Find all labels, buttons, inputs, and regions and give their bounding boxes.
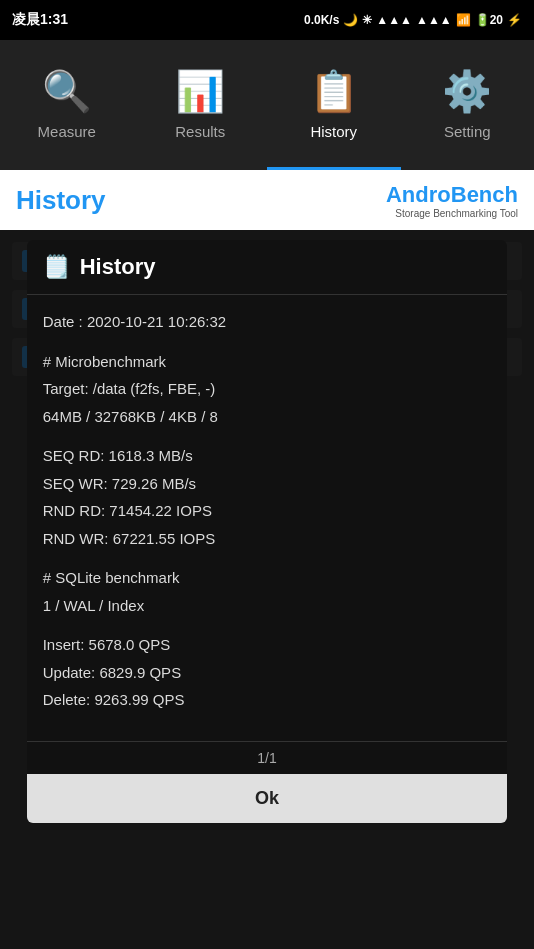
logo-bench: Bench [451,182,518,207]
modal-header: 🗒️ History [27,240,508,295]
pagination-text: 1/1 [257,750,276,766]
rnd-rd: RND RD: 71454.22 IOPS [43,498,492,524]
date-section: Date : 2020-10-21 10:26:32 [43,309,492,335]
nav-label-history: History [310,123,357,140]
page-title: History [16,185,106,216]
history-icon: 📋 [309,68,359,115]
network-speed: 0.0K/s [304,13,339,27]
signal-icon-2: ▲▲▲ [416,13,452,27]
date-text: Date : 2020-10-21 10:26:32 [43,309,492,335]
logo-accent: Andro [386,182,451,207]
signal-icon-1: ▲▲▲ [376,13,412,27]
history-detail-modal: 🗒️ History Date : 2020-10-21 10:26:32 # … [27,240,508,823]
nav-label-setting: Setting [444,123,491,140]
moon-icon: 🌙 [343,13,358,27]
modal-pagination: 1/1 [27,741,508,774]
content-area: ✓ ✓ ✓ 🗒️ History Date : 2020-10-21 10:26… [0,230,534,949]
sqlite-section: # SQLite benchmark 1 / WAL / Index [43,565,492,618]
sqlite-config: 1 / WAL / Index [43,593,492,619]
modal-body: Date : 2020-10-21 10:26:32 # Microbenchm… [27,295,508,741]
status-time: 凌晨1:31 [12,11,68,29]
page-header: History AndroBench Storage Benchmarking … [0,170,534,230]
microbenchmark-header: # Microbenchmark [43,349,492,375]
battery-icon: 🔋20 [475,13,503,27]
nav-label-measure: Measure [38,123,96,140]
seq-rd: SEQ RD: 1618.3 MB/s [43,443,492,469]
delete-text: Delete: 9263.99 QPS [43,687,492,713]
status-icons: 0.0K/s 🌙 ✳ ▲▲▲ ▲▲▲ 📶 🔋20 ⚡ [304,13,522,27]
logo-text: AndroBench [386,182,518,208]
update-text: Update: 6829.9 QPS [43,660,492,686]
sqlite-results-section: Insert: 5678.0 QPS Update: 6829.9 QPS De… [43,632,492,713]
wifi-icon: 📶 [456,13,471,27]
target-text: Target: /data (f2fs, FBE, -) [43,376,492,402]
modal-header-title: History [80,254,156,280]
benchmark-results-section: SEQ RD: 1618.3 MB/s SEQ WR: 729.26 MB/s … [43,443,492,551]
nav-item-results[interactable]: 📊 Results [134,40,268,170]
charge-icon: ⚡ [507,13,522,27]
nav-bar: 🔍 Measure 📊 Results 📋 History ⚙️ Setting [0,40,534,170]
nav-item-setting[interactable]: ⚙️ Setting [401,40,535,170]
logo-sub: Storage Benchmarking Tool [395,208,518,219]
setting-icon: ⚙️ [442,68,492,115]
size-text: 64MB / 32768KB / 4KB / 8 [43,404,492,430]
seq-wr: SEQ WR: 729.26 MB/s [43,471,492,497]
ok-button[interactable]: Ok [215,784,319,813]
status-bar: 凌晨1:31 0.0K/s 🌙 ✳ ▲▲▲ ▲▲▲ 📶 🔋20 ⚡ [0,0,534,40]
nav-item-measure[interactable]: 🔍 Measure [0,40,134,170]
measure-icon: 🔍 [42,68,92,115]
results-icon: 📊 [175,68,225,115]
insert-text: Insert: 5678.0 QPS [43,632,492,658]
nav-label-results: Results [175,123,225,140]
nav-item-history[interactable]: 📋 History [267,40,401,170]
modal-overlay: 🗒️ History Date : 2020-10-21 10:26:32 # … [0,230,534,949]
microbenchmark-section: # Microbenchmark Target: /data (f2fs, FB… [43,349,492,430]
bluetooth-icon: ✳ [362,13,372,27]
logo-area: AndroBench Storage Benchmarking Tool [386,182,518,219]
rnd-wr: RND WR: 67221.55 IOPS [43,526,492,552]
modal-footer: Ok [27,774,508,823]
sqlite-header: # SQLite benchmark [43,565,492,591]
modal-header-icon: 🗒️ [43,254,70,280]
